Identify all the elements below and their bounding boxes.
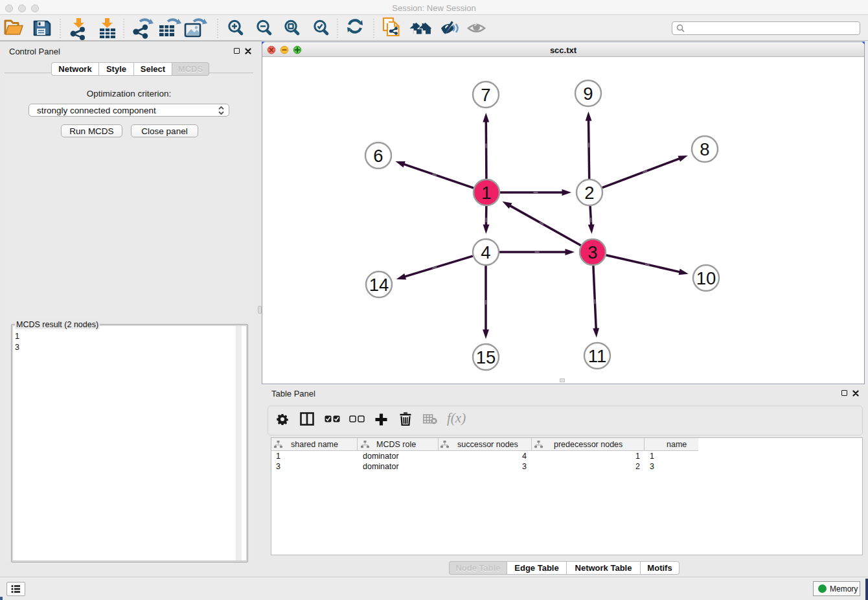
svg-text:10: 10 — [696, 268, 716, 288]
svg-text:14: 14 — [369, 275, 389, 295]
svg-text:8: 8 — [700, 139, 709, 159]
svg-text:15: 15 — [476, 347, 496, 367]
svg-text:1: 1 — [481, 183, 491, 203]
svg-text:4: 4 — [481, 242, 490, 262]
svg-text:7: 7 — [481, 85, 490, 105]
svg-text:9: 9 — [583, 84, 593, 104]
svg-text:3: 3 — [588, 242, 597, 262]
svg-text:6: 6 — [373, 146, 383, 166]
svg-text:2: 2 — [584, 183, 594, 203]
svg-text:11: 11 — [588, 346, 607, 366]
